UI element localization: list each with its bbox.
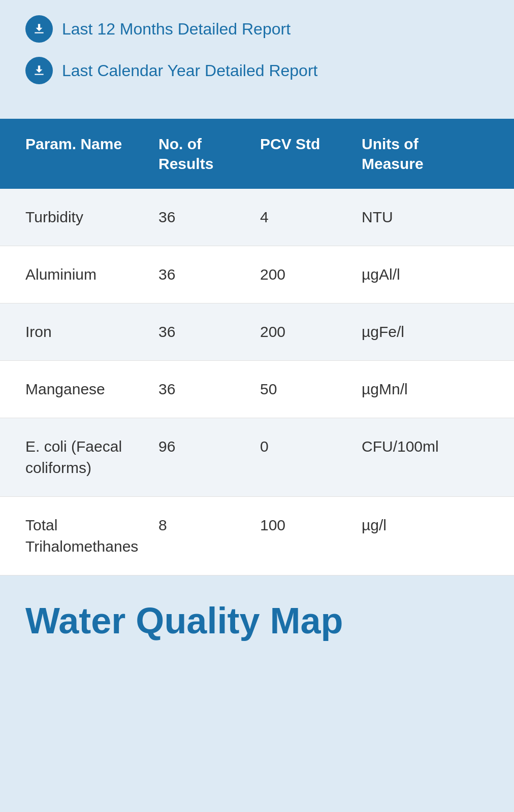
table-row: Manganese 36 50 µgMn/l (0, 361, 514, 418)
units-iron: µgFe/l (357, 303, 489, 360)
table-row: Total Trihalomethanes 8 100 µg/l (0, 497, 514, 576)
last-12-months-link[interactable]: Last 12 Months Detailed Report (25, 15, 489, 43)
top-section: Last 12 Months Detailed Report Last Cale… (0, 0, 514, 119)
table-row: Aluminium 36 200 µgAl/l (0, 246, 514, 303)
pcv-std-header: PCV Std (255, 119, 357, 189)
no-of-results-ecoli: 96 (153, 418, 255, 496)
last-12-months-label: Last 12 Months Detailed Report (62, 20, 291, 39)
bottom-section: Water Quality Map (0, 576, 514, 656)
param-name-turbidity: Turbidity (25, 189, 153, 246)
data-table: Param. Name No. of Results PCV Std Units… (0, 119, 514, 576)
param-name-manganese: Manganese (25, 361, 153, 418)
table-row: Turbidity 36 4 NTU (0, 189, 514, 246)
no-of-results-header: No. of Results (153, 119, 255, 189)
last-calendar-year-link[interactable]: Last Calendar Year Detailed Report (25, 57, 489, 84)
units-turbidity: NTU (357, 189, 489, 246)
pcv-std-iron: 200 (255, 303, 357, 360)
download-icon-calendar (25, 57, 53, 84)
units-ecoli: CFU/100ml (357, 418, 489, 496)
param-name-header: Param. Name (25, 119, 153, 189)
no-of-results-turbidity: 36 (153, 189, 255, 246)
param-name-ecoli: E. coli (Faecal coliforms) (25, 418, 153, 496)
param-name-aluminium: Aluminium (25, 246, 153, 303)
table-row: Iron 36 200 µgFe/l (0, 303, 514, 361)
pcv-std-trihalomethanes: 100 (255, 497, 357, 575)
water-quality-map-title: Water Quality Map (25, 601, 489, 641)
no-of-results-manganese: 36 (153, 361, 255, 418)
last-calendar-year-label: Last Calendar Year Detailed Report (62, 61, 317, 80)
table-row: E. coli (Faecal coliforms) 96 0 CFU/100m… (0, 418, 514, 497)
table-header: Param. Name No. of Results PCV Std Units… (0, 119, 514, 189)
download-icon-12months (25, 15, 53, 43)
units-aluminium: µgAl/l (357, 246, 489, 303)
no-of-results-trihalomethanes: 8 (153, 497, 255, 575)
no-of-results-iron: 36 (153, 303, 255, 360)
no-of-results-aluminium: 36 (153, 246, 255, 303)
units-manganese: µgMn/l (357, 361, 489, 418)
pcv-std-aluminium: 200 (255, 246, 357, 303)
units-of-measure-header: Units of Measure (357, 119, 489, 189)
units-trihalomethanes: µg/l (357, 497, 489, 575)
pcv-std-manganese: 50 (255, 361, 357, 418)
pcv-std-ecoli: 0 (255, 418, 357, 496)
pcv-std-turbidity: 4 (255, 189, 357, 246)
param-name-trihalomethanes: Total Trihalomethanes (25, 497, 153, 575)
param-name-iron: Iron (25, 303, 153, 360)
